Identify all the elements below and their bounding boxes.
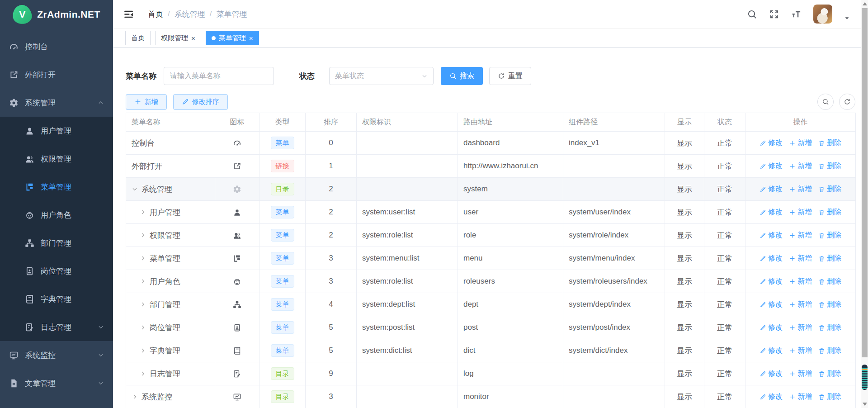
delete-link[interactable]: 删除 bbox=[818, 346, 841, 356]
type-tag: 菜单 bbox=[271, 229, 294, 242]
tab-label: 菜单管理 bbox=[219, 34, 246, 43]
user-avatar[interactable] bbox=[813, 5, 832, 24]
cell-route: post bbox=[458, 316, 563, 339]
fullscreen-icon[interactable] bbox=[769, 9, 779, 19]
sidebar-item-user[interactable]: 用户管理 bbox=[0, 117, 113, 145]
table-row-dashboard: 控制台菜单0dashboardindex_v1显示正常修改新增删除 bbox=[126, 132, 856, 155]
sidebar-item-role[interactable]: 权限管理 bbox=[0, 145, 113, 173]
delete-link[interactable]: 删除 bbox=[818, 231, 841, 240]
edit-link[interactable]: 修改 bbox=[760, 346, 783, 356]
page-scrollbar[interactable] bbox=[861, 0, 868, 408]
delete-link[interactable]: 删除 bbox=[818, 138, 841, 148]
search-icon[interactable] bbox=[747, 9, 757, 19]
font-size-icon[interactable] bbox=[791, 9, 802, 19]
sidebar-item-system[interactable]: 系统管理 bbox=[0, 89, 113, 117]
add-link[interactable]: 新增 bbox=[789, 185, 812, 194]
add-link[interactable]: 新增 bbox=[789, 254, 812, 263]
delete-link[interactable]: 删除 bbox=[818, 185, 841, 194]
edit-icon bbox=[760, 370, 766, 377]
close-tab-icon[interactable]: × bbox=[249, 35, 253, 42]
edit-link[interactable]: 修改 bbox=[760, 392, 783, 402]
expand-row-icon[interactable] bbox=[132, 394, 138, 400]
expand-row-icon[interactable] bbox=[140, 255, 146, 261]
menu-status-select[interactable]: 菜单状态 bbox=[329, 67, 434, 85]
cell-icon bbox=[215, 316, 259, 339]
show-search-button[interactable] bbox=[817, 94, 834, 110]
sidebar-item-monitor[interactable]: 系统监控 bbox=[0, 341, 113, 369]
cell-component: system/dept/index bbox=[563, 293, 665, 316]
tab-menu[interactable]: 菜单管理× bbox=[206, 31, 259, 45]
sidebar-item-dict[interactable]: 字典管理 bbox=[0, 285, 113, 313]
cell-ops: 修改新增删除 bbox=[745, 339, 856, 362]
edit-link[interactable]: 修改 bbox=[760, 277, 783, 286]
reset-button[interactable]: 重置 bbox=[489, 67, 531, 85]
delete-link[interactable]: 删除 bbox=[818, 161, 841, 171]
expand-row-icon[interactable] bbox=[140, 278, 146, 285]
monitor-icon bbox=[9, 351, 19, 360]
sidebar-item-menu[interactable]: 菜单管理 bbox=[0, 173, 113, 201]
add-link[interactable]: 新增 bbox=[789, 231, 812, 240]
edit-link[interactable]: 修改 bbox=[760, 369, 783, 379]
edit-link[interactable]: 修改 bbox=[760, 138, 783, 148]
add-link[interactable]: 新增 bbox=[789, 323, 812, 332]
add-link[interactable]: 新增 bbox=[789, 161, 812, 171]
add-link[interactable]: 新增 bbox=[789, 138, 812, 148]
tab-home[interactable]: 首页 bbox=[125, 31, 151, 45]
expand-row-icon[interactable] bbox=[140, 324, 146, 331]
edit-link[interactable]: 修改 bbox=[760, 231, 783, 240]
add-link[interactable]: 新增 bbox=[789, 346, 812, 356]
app-logo[interactable]: V ZrAdmin.NET bbox=[0, 0, 113, 29]
cell-visible: 显示 bbox=[665, 385, 704, 408]
tab-role[interactable]: 权限管理× bbox=[155, 31, 201, 45]
refresh-table-button[interactable] bbox=[839, 94, 855, 110]
cell-ops: 修改新增删除 bbox=[745, 155, 856, 178]
expand-row-icon[interactable] bbox=[140, 347, 146, 354]
add-link[interactable]: 新增 bbox=[789, 300, 812, 309]
sidebar-item-dept[interactable]: 部门管理 bbox=[0, 229, 113, 257]
sidebar-item-roleusers[interactable]: 用户角色 bbox=[0, 201, 113, 229]
delete-link[interactable]: 删除 bbox=[818, 208, 841, 217]
close-tab-icon[interactable]: × bbox=[191, 35, 195, 42]
delete-link[interactable]: 删除 bbox=[818, 277, 841, 286]
menu-name-input[interactable] bbox=[164, 67, 274, 85]
search-button[interactable]: 搜索 bbox=[441, 67, 483, 85]
add-link[interactable]: 新增 bbox=[789, 392, 812, 402]
add-link[interactable]: 新增 bbox=[789, 277, 812, 286]
op-label: 修改 bbox=[768, 208, 783, 217]
plus-icon bbox=[134, 98, 142, 105]
breadcrumb-item[interactable]: 首页 bbox=[148, 9, 163, 19]
edit-link[interactable]: 修改 bbox=[760, 254, 783, 263]
sidebar-item-article[interactable]: 文章管理 bbox=[0, 369, 113, 397]
sidebar-item-log[interactable]: 日志管理 bbox=[0, 313, 113, 341]
edit-sort-button[interactable]: 修改排序 bbox=[173, 94, 228, 110]
scrollbar-thumb[interactable] bbox=[862, 8, 868, 357]
delete-link[interactable]: 删除 bbox=[818, 392, 841, 402]
delete-link[interactable]: 删除 bbox=[818, 369, 841, 379]
edit-link[interactable]: 修改 bbox=[760, 208, 783, 217]
add-button[interactable]: 新增 bbox=[126, 94, 167, 110]
delete-link[interactable]: 删除 bbox=[818, 254, 841, 263]
op-label: 修改 bbox=[768, 346, 783, 356]
expand-row-icon[interactable] bbox=[140, 232, 146, 238]
column-header-0: 菜单名称 bbox=[126, 113, 215, 132]
edit-link[interactable]: 修改 bbox=[760, 323, 783, 332]
sidebar-item-dashboard[interactable]: 控制台 bbox=[0, 33, 113, 61]
edit-link[interactable]: 修改 bbox=[760, 300, 783, 309]
sidebar-collapse-icon[interactable] bbox=[123, 9, 134, 20]
sidebar-item-external[interactable]: 外部打开 bbox=[0, 61, 113, 89]
avatar-caret-down-icon[interactable] bbox=[844, 15, 850, 21]
edit-link[interactable]: 修改 bbox=[760, 161, 783, 171]
collapse-row-icon[interactable] bbox=[132, 186, 138, 192]
delete-link[interactable]: 删除 bbox=[818, 323, 841, 332]
sidebar-item-post[interactable]: 岗位管理 bbox=[0, 257, 113, 285]
scrollbar-down-arrow[interactable] bbox=[863, 403, 867, 406]
expand-row-icon[interactable] bbox=[140, 370, 146, 377]
expand-row-icon[interactable] bbox=[140, 301, 146, 308]
scrollbar-up-arrow[interactable] bbox=[863, 2, 867, 5]
add-link[interactable]: 新增 bbox=[789, 208, 812, 217]
add-link[interactable]: 新增 bbox=[789, 369, 812, 379]
breadcrumb: 首页/系统管理/菜单管理 bbox=[148, 9, 247, 19]
expand-row-icon[interactable] bbox=[140, 209, 146, 215]
delete-link[interactable]: 删除 bbox=[818, 300, 841, 309]
edit-link[interactable]: 修改 bbox=[760, 185, 783, 194]
